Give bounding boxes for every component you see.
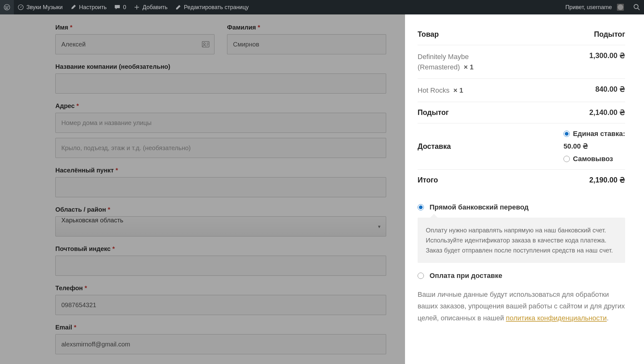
first-name-input[interactable] [55, 34, 214, 54]
order-summary-table: Товар Подытог Definitely Maybe (Remaster… [418, 24, 625, 191]
avatar [617, 4, 624, 11]
privacy-text: Ваши личные данные будут использоваться … [418, 289, 625, 324]
greeting: Привет, username [565, 4, 612, 11]
address-line1-input[interactable] [55, 113, 386, 133]
company-label: Название компании (необязательно) [55, 63, 386, 70]
payment-description: Оплату нужно направлять напрямую на наш … [418, 218, 625, 263]
payment-option-cod[interactable]: Оплата при доставке [418, 272, 625, 280]
address-line2-input[interactable] [55, 138, 386, 158]
city-label: Населённый пункт * [55, 167, 386, 174]
total-label: Итого [418, 176, 438, 184]
shipping-label: Доставка [418, 142, 451, 151]
postcode-label: Почтовый индекс * [55, 245, 386, 253]
first-name-label: Имя * [55, 24, 214, 31]
payment-methods: Прямой банковский перевод Оплату нужно н… [418, 203, 625, 324]
subtotal-label: Подытог [418, 108, 449, 117]
shipping-flat-price: 50.00 ₴ [564, 142, 625, 150]
svg-point-0 [4, 4, 10, 10]
region-label: Область / район * [55, 206, 386, 213]
postcode-field: Почтовый индекс * [55, 245, 386, 276]
address-field: Адрес * [55, 102, 386, 158]
postcode-input[interactable] [55, 256, 386, 276]
product-header: Товар [418, 30, 439, 39]
email-field: Email * [55, 324, 386, 354]
shipping-option-flat[interactable]: Единая ставка: [564, 130, 625, 138]
subtotal-header: Подытог [594, 30, 625, 39]
last-name-label: Фамилия * [227, 24, 386, 31]
order-summary-column: Товар Подытог Definitely Maybe (Remaster… [405, 14, 644, 364]
item-price: 1,300.00 ₴ [589, 52, 625, 72]
first-name-field: Имя * [55, 24, 214, 54]
wp-logo[interactable] [0, 0, 14, 14]
phone-input[interactable] [55, 295, 386, 315]
item-name: Definitely Maybe (Remastered) [418, 53, 469, 71]
payment-radio-cod[interactable] [418, 273, 424, 279]
region-field: Область / район * Харьковская область ▾ [55, 206, 386, 236]
total-value: 2,190.00 ₴ [589, 176, 625, 184]
edit-page-link[interactable]: Редактировать страницу [171, 0, 253, 14]
wordpress-icon [4, 4, 10, 10]
billing-form-column: Имя * Фамилия * Название компании (необя… [0, 14, 405, 364]
payment-radio-bank[interactable] [418, 204, 424, 210]
customize-link[interactable]: Настроить [66, 0, 110, 14]
add-link[interactable]: Добавить [130, 0, 171, 14]
shipping-row: Доставка Единая ставка: 50.00 ₴ Самовыво… [418, 123, 625, 170]
plus-icon [134, 4, 140, 10]
checkout-page: Имя * Фамилия * Название компании (необя… [0, 14, 644, 364]
customize-label: Настроить [79, 4, 107, 11]
last-name-input[interactable] [227, 34, 386, 54]
privacy-policy-link[interactable]: политика конфиденциальности [506, 314, 607, 322]
pencil-icon [175, 4, 181, 10]
shipping-option-pickup[interactable]: Самовывоз [564, 155, 625, 163]
edit-label: Редактировать страницу [184, 4, 249, 11]
shipping-radio-pickup[interactable] [564, 156, 570, 162]
add-label: Добавить [142, 4, 168, 11]
account-link[interactable]: Привет, username [562, 0, 628, 14]
payment-option-bank[interactable]: Прямой банковский перевод [418, 203, 625, 211]
site-link[interactable]: Звуки Музыки [14, 0, 66, 14]
shipping-radio-flat[interactable] [564, 131, 570, 137]
brush-icon [70, 4, 76, 10]
phone-label: Телефон * [55, 285, 386, 292]
item-qty: × 1 [453, 86, 463, 94]
comment-count: 0 [123, 4, 126, 11]
order-item-row: Hot Rocks × 1 840.00 ₴ [418, 79, 625, 102]
company-field: Название компании (необязательно) [55, 63, 386, 94]
city-input[interactable] [55, 177, 386, 197]
item-price: 840.00 ₴ [595, 85, 625, 95]
phone-field: Телефон * [55, 285, 386, 315]
contact-card-icon [202, 41, 209, 47]
region-select[interactable]: Харьковская область [55, 216, 386, 236]
comment-icon [114, 4, 120, 10]
svg-point-2 [634, 4, 638, 8]
email-label: Email * [55, 324, 386, 331]
company-input[interactable] [55, 73, 386, 94]
total-row: Итого 2,190.00 ₴ [418, 170, 625, 191]
search-icon[interactable] [633, 4, 640, 11]
subtotal-value: 2,140.00 ₴ [589, 108, 625, 117]
last-name-field: Фамилия * [227, 24, 386, 54]
admin-bar: Звуки Музыки Настроить 0 Добавить Редакт… [0, 0, 644, 14]
dashboard-icon [18, 4, 24, 10]
subtotal-row: Подытог 2,140.00 ₴ [418, 102, 625, 123]
item-qty: × 1 [464, 63, 474, 71]
order-item-row: Definitely Maybe (Remastered) × 1 1,300.… [418, 45, 625, 79]
item-name: Hot Rocks [418, 86, 449, 94]
site-title: Звуки Музыки [26, 4, 63, 11]
svg-point-4 [203, 43, 205, 45]
address-label: Адрес * [55, 102, 386, 110]
email-input[interactable] [55, 334, 386, 354]
comments-link[interactable]: 0 [110, 0, 130, 14]
city-field: Населённый пункт * [55, 167, 386, 197]
